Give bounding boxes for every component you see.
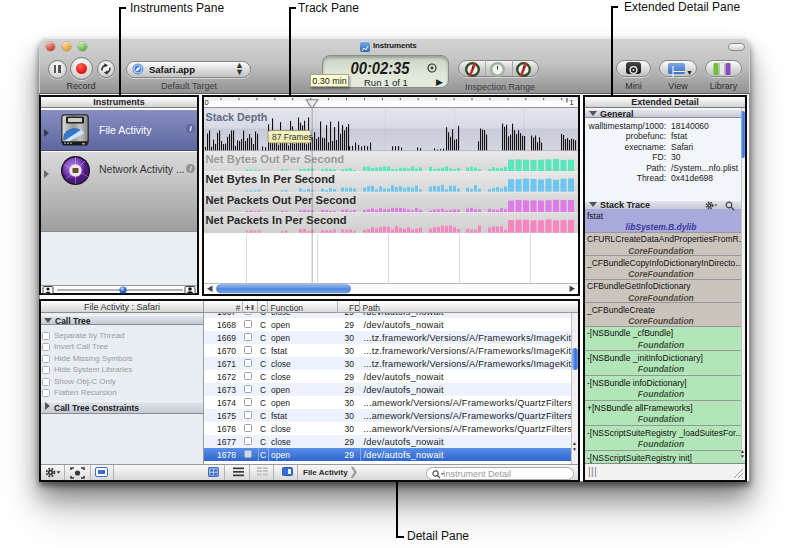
svg-text:Net Bytes In Per Second: Net Bytes In Per Second xyxy=(206,173,335,185)
svg-text:Stack Depth: Stack Depth xyxy=(206,111,268,123)
svg-text:Net Bytes Out Per Second: Net Bytes Out Per Second xyxy=(206,153,345,165)
svg-text:87 Frames: 87 Frames xyxy=(272,132,313,142)
svg-text:1: 1 xyxy=(570,98,574,107)
svg-text:0: 0 xyxy=(205,98,209,107)
svg-text:Net Packets In Per Second: Net Packets In Per Second xyxy=(206,214,347,226)
svg-text:Net Packets Out Per Second: Net Packets Out Per Second xyxy=(206,194,357,206)
